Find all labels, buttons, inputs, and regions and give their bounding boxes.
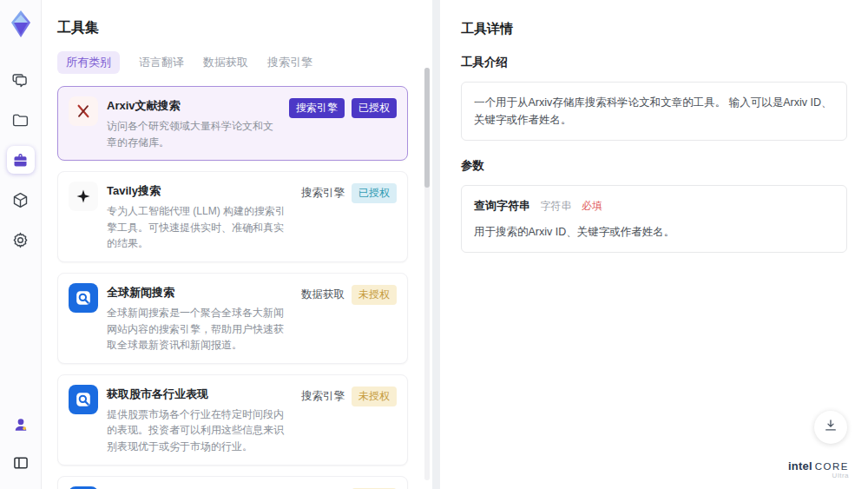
cube-icon <box>11 191 30 209</box>
sidebar-nav <box>7 66 35 254</box>
tab-language-translation[interactable]: 语言翻译 <box>139 51 184 74</box>
scrollbar-track[interactable] <box>424 68 430 480</box>
tools-panel: 工具集 所有类别 语言翻译 数据获取 搜索引擎 Arxiv文献搜索 访问各个研究… <box>42 0 432 489</box>
auth-status-badge: 已授权 <box>352 183 397 203</box>
parameter-box: 查询字符串 字符串 必填 用于搜索的Arxiv ID、关键字或作者姓名。 <box>461 185 847 253</box>
parameter-name: 查询字符串 <box>474 199 530 212</box>
tool-list: Arxiv文献搜索 访问各个研究领域大量科学论文和文章的存储库。 搜索引擎 已授… <box>57 86 417 489</box>
parameter-required-flag: 必填 <box>582 200 602 212</box>
tool-card-sector-performance[interactable]: 获取股市各行业表现 提供股票市场各个行业在特定时间段内的表现。投资者可以利用这些… <box>57 374 408 466</box>
intro-heading: 工具介绍 <box>461 55 847 70</box>
auth-status-badge: 未授权 <box>352 285 397 305</box>
detail-panel: 工具详情 工具介绍 一个用于从Arxiv存储库搜索科学论文和文章的工具。 输入可… <box>440 0 868 489</box>
page-title: 工具集 <box>57 19 417 37</box>
tool-card-active-stocks[interactable]: 获取市场最活跃股票信息 提供当天交易量最高的股票列表。投资者可以利用这些信息来识… <box>57 476 408 489</box>
scrollbar-thumb[interactable] <box>424 68 430 188</box>
app-logo-icon <box>7 9 35 40</box>
tool-card-arxiv[interactable]: Arxiv文献搜索 访问各个研究领域大量科学论文和文章的存储库。 搜索引擎 已授… <box>57 86 408 161</box>
parameter-type: 字符串 <box>540 200 571 212</box>
four-pointed-star-icon <box>69 182 98 211</box>
intro-box: 一个用于从Arxiv存储库搜索科学论文和文章的工具。 输入可以是Arxiv ID… <box>461 82 847 141</box>
category-label: 搜索引擎 <box>301 183 345 201</box>
sidebar-bottom <box>7 411 35 477</box>
tab-data-acquisition[interactable]: 数据获取 <box>203 51 248 74</box>
sidebar-item-account[interactable] <box>7 411 35 439</box>
sidebar-item-files[interactable] <box>7 106 35 134</box>
stock-search-icon <box>69 385 98 414</box>
sidebar-item-settings[interactable] <box>7 226 35 254</box>
intro-text: 一个用于从Arxiv存储库搜索科学论文和文章的工具。 输入可以是Arxiv ID… <box>474 96 832 126</box>
download-icon <box>823 418 838 437</box>
category-label: 搜索引擎 <box>301 387 345 404</box>
detail-title: 工具详情 <box>461 21 847 37</box>
intel-brand-text: intel <box>788 460 812 472</box>
parameter-description: 用于搜索的Arxiv ID、关键字或作者姓名。 <box>474 223 834 241</box>
arxiv-x-logo-icon <box>69 96 98 126</box>
tool-card-tavily[interactable]: Tavily搜索 专为人工智能代理 (LLM) 构建的搜索引擎工具。可快速提供实… <box>57 171 408 262</box>
tab-search-engine[interactable]: 搜索引擎 <box>267 51 312 74</box>
briefcase-icon <box>11 151 30 169</box>
sidebar-item-collapse[interactable] <box>7 449 35 477</box>
auth-status-badge: 未授权 <box>352 387 397 406</box>
tool-name: Arxiv文献搜索 <box>107 98 280 114</box>
tool-description: 提供股票市场各个行业在特定时间段内的表现。投资者可以利用这些信息来识别表现优于或… <box>107 406 293 455</box>
tool-name: 获取股市各行业表现 <box>107 387 293 402</box>
category-label: 数据获取 <box>301 285 345 302</box>
parameter-header: 查询字符串 字符串 必填 <box>474 197 834 215</box>
category-tabs: 所有类别 语言翻译 数据获取 搜索引擎 <box>57 51 417 74</box>
sidebar-item-tools[interactable] <box>7 146 35 174</box>
panel-toggle-icon <box>12 454 30 472</box>
stock-search-icon <box>69 486 98 489</box>
folder-icon <box>11 111 30 129</box>
tool-name: Tavily搜索 <box>107 183 293 199</box>
tool-description: 专为人工智能代理 (LLM) 构建的搜索引擎工具。可快速提供实时、准确和真实的结… <box>107 203 293 252</box>
tool-description: 全球新闻搜索是一个聚合全球各大新闻网站内容的搜索引擎，帮助用户快速获取全球最新资… <box>107 305 293 354</box>
auth-status-badge: 已授权 <box>352 98 397 118</box>
gear-icon <box>11 231 30 249</box>
category-badge: 搜索引擎 <box>289 98 345 118</box>
user-avatar-icon <box>12 416 30 433</box>
download-button[interactable] <box>814 411 847 444</box>
news-search-icon <box>69 283 98 313</box>
sidebar-item-chat[interactable] <box>7 66 35 94</box>
sidebar <box>0 0 42 489</box>
sidebar-item-models[interactable] <box>7 186 35 214</box>
tool-name: 全球新闻搜索 <box>107 285 293 301</box>
chat-icon <box>11 71 30 89</box>
intel-core-logo: intel CORE Ultra <box>788 460 849 480</box>
tab-all-categories[interactable]: 所有类别 <box>57 51 120 74</box>
panel-divider <box>432 0 440 489</box>
tool-description: 访问各个研究领域大量科学论文和文章的存储库。 <box>107 118 280 150</box>
ultra-brand-text: Ultra <box>788 472 849 480</box>
params-heading: 参数 <box>461 158 847 174</box>
tool-card-global-news[interactable]: 全球新闻搜索 全球新闻搜索是一个聚合全球各大新闻网站内容的搜索引擎，帮助用户快速… <box>57 273 408 364</box>
core-brand-text: CORE <box>815 461 849 472</box>
